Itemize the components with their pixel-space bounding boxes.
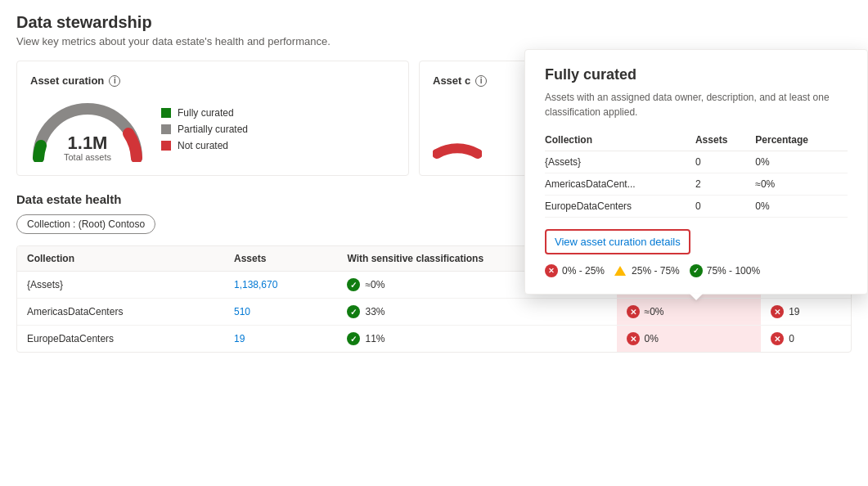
tooltip-table: Collection Assets Percentage {Assets} 0 … [545,131,848,218]
col-collection: Collection [17,246,224,272]
table-row: AmericasDataCenters 510 ✓ 33% ✕ [17,299,851,326]
tooltip-popup: Fully curated Assets with an assigned da… [524,49,868,295]
tooltip-legend: ✕ 0% - 25% 25% - 75% ✓ 75% - 100% [545,264,848,277]
tooltip-link-box: View asset curation details [545,229,690,254]
gauge-label: Total assets [64,152,111,162]
legend-label-75-100: 75% - 100% [707,265,760,277]
status-red-icon: ✕ [771,332,784,345]
cell-assets: 510 [224,299,337,326]
cell-fully-curated: ✕ ≈0% [617,299,762,326]
page-title: Data stewardship [16,13,852,32]
legend-red-icon: ✕ [545,264,558,277]
legend-item-75-100: ✓ 75% - 100% [690,264,760,277]
legend-label-0-25: 0% - 25% [562,265,605,277]
gauge-center: 1.1M Total assets [64,134,111,162]
view-asset-curation-link[interactable]: View asset curation details [555,236,681,248]
tooltip-description: Assets with an assigned data owner, desc… [545,90,848,119]
second-card-title: Asset c [433,74,470,87]
second-card-info-icon[interactable]: i [475,75,487,87]
tooltip-cell-assets: 0 [695,196,755,218]
tooltip-cell-percentage: 0% [755,196,848,218]
svg-rect-0 [161,108,171,118]
legend-not-curated: Not curated [161,140,248,151]
tooltip-col-assets: Assets [695,131,755,151]
legend-partially-curated: Partially curated [161,124,248,135]
info-icon[interactable]: i [109,75,120,87]
tooltip-table-row: {Assets} 0 0% [545,151,848,173]
cell-collection: AmericasDataCenters [17,299,224,326]
asset-curation-card: Asset curation i [16,61,409,176]
tooltip-cell-collection: AmericasDataCent... [545,173,695,196]
tooltip-cell-assets: 2 [695,173,755,196]
col-assets: Assets [224,246,337,272]
cell-sensitive: ✓ 11% [337,326,616,353]
svg-rect-1 [161,124,171,134]
collection-filter[interactable]: Collection : (Root) Contoso [16,214,155,234]
tooltip-cell-collection: EuropeDataCenters [545,196,695,218]
gauge-value: 1.1M [64,134,111,152]
tooltip-arrow [690,294,703,300]
tooltip-col-percentage: Percentage [755,131,848,151]
warn-triangle-icon [614,266,626,276]
cell-owner: ✕ 19 [761,299,851,326]
tooltip-table-row: EuropeDataCenters 0 0% [545,196,848,218]
cell-sensitive: ✓ 33% [337,299,616,326]
gauge-legend: Fully curated Partially curated Not cura… [161,107,248,151]
legend-item-25-75: 25% - 75% [614,265,680,277]
tooltip-col-collection: Collection [545,131,695,151]
status-red-icon: ✕ [627,332,640,345]
tooltip-cell-percentage: ≈0% [755,173,848,196]
status-red-icon: ✕ [771,305,784,318]
cell-collection: {Assets} [17,272,224,299]
svg-rect-2 [161,141,171,151]
status-green-icon: ✓ [347,305,360,318]
cell-collection: EuropeDataCenters [17,326,224,353]
legend-green-icon: ✓ [690,264,703,277]
status-green-icon: ✓ [347,332,360,345]
cell-owner: ✕ 0 [761,326,851,353]
status-red-icon: ✕ [627,305,640,318]
cell-assets: 19 [224,326,337,353]
legend-item-0-25: ✕ 0% - 25% [545,264,605,277]
cell-fully-curated: ✕ 0% [617,326,762,353]
legend-fully-curated: Fully curated [161,107,248,119]
tooltip-cell-collection: {Assets} [545,151,695,173]
tooltip-cell-assets: 0 [695,151,755,173]
page-subtitle: View key metrics about your data estate'… [16,35,852,47]
tooltip-title: Fully curated [545,66,848,83]
status-green-icon: ✓ [347,278,360,291]
tooltip-table-row: AmericasDataCent... 2 ≈0% [545,173,848,196]
table-row: EuropeDataCenters 19 ✓ 11% ✕ [17,326,851,353]
gauge-chart: 1.1M Total assets [30,97,145,162]
legend-label-25-75: 25% - 75% [632,265,680,277]
asset-curation-title: Asset curation [30,74,104,87]
cell-assets: 1,138,670 [224,272,337,299]
tooltip-cell-percentage: 0% [755,151,848,173]
